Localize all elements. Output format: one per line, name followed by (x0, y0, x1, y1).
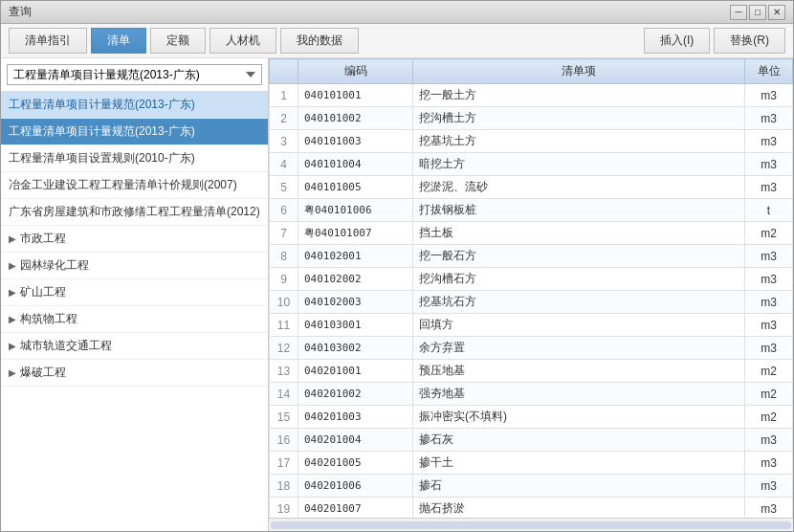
cell-code: 粤040101007 (298, 222, 413, 245)
list-item-label: 工程量清单项目计量规范(2013-广东) (9, 124, 195, 138)
horizontal-scrollbar[interactable] (271, 521, 791, 529)
table-row[interactable]: 8 040102001 挖一般石方 m3 (270, 245, 793, 268)
cell-num: 1 (270, 84, 298, 107)
toolbar: 清单指引 清单 定额 人材机 我的数据 插入(I) 替换(R) (1, 24, 793, 58)
cell-code: 040201001 (298, 360, 413, 383)
cell-unit: m3 (745, 475, 793, 498)
table-row[interactable]: 14 040201002 强夯地基 m2 (270, 383, 793, 406)
cell-code: 040201006 (298, 475, 413, 498)
cell-name: 挖淤泥、流砂 (413, 176, 745, 199)
list-item-label: 冶金工业建设工程工程量清单计价规则(2007) (9, 178, 237, 191)
main-content: 工程量清单项目计量规范(2013-广东) 工程量清单项目计量规范(2013) 工… (1, 58, 793, 531)
list-item-label: 广东省房屋建筑和市政修缮工程工程量清单(2012) (9, 205, 260, 218)
cell-unit: m2 (745, 383, 793, 406)
list-item[interactable]: 工程量清单项目设置规则(2010-广东) (1, 145, 268, 172)
table-row[interactable]: 10 040102003 挖基坑石方 m3 (270, 291, 793, 314)
table-row[interactable]: 12 040103002 余方弃置 m3 (270, 337, 793, 360)
list-item[interactable]: 广东省房屋建筑和市政修缮工程工程量清单(2012) (1, 199, 268, 226)
table-row[interactable]: 5 040101005 挖淤泥、流砂 m3 (270, 176, 793, 199)
tab-wodeshuju[interactable]: 我的数据 (280, 28, 359, 54)
minimize-button[interactable]: ─ (730, 5, 747, 20)
cell-num: 18 (270, 475, 298, 498)
cell-code: 040201003 (298, 406, 413, 429)
cell-unit: m3 (745, 176, 793, 199)
table-header-row: 编码 清单项 单位 (270, 59, 793, 84)
list-item[interactable]: 工程量清单项目计量规范(2013-广东) (1, 92, 268, 119)
table-row[interactable]: 19 040201007 抛石挤淤 m3 (270, 498, 793, 519)
list-item-label: 园林绿化工程 (20, 257, 89, 274)
list-item-expandable[interactable]: ▶ 城市轨道交通工程 (1, 333, 268, 360)
table-row[interactable]: 18 040201006 掺石 m3 (270, 475, 793, 498)
tab-dinge[interactable]: 定额 (150, 28, 206, 54)
table-row[interactable]: 17 040201005 掺干土 m3 (270, 452, 793, 475)
table-row[interactable]: 16 040201004 掺石灰 m3 (270, 429, 793, 452)
tab-rencaiji[interactable]: 人材机 (210, 28, 276, 54)
data-table-container[interactable]: 编码 清单项 单位 1 040101001 挖一般土方 m3 2 0401010… (269, 58, 793, 518)
table-row[interactable]: 9 040102002 挖沟槽石方 m3 (270, 268, 793, 291)
cell-unit: m3 (745, 245, 793, 268)
list-item-expandable[interactable]: ▶ 园林绿化工程 (1, 253, 268, 279)
replace-button[interactable]: 替换(R) (714, 28, 785, 54)
table-row[interactable]: 13 040201001 预压地基 m2 (270, 360, 793, 383)
cell-name: 抛石挤淤 (413, 498, 745, 519)
cell-unit: m3 (745, 314, 793, 337)
expand-icon: ▶ (9, 367, 16, 378)
cell-unit: m2 (745, 222, 793, 245)
cell-code: 040101002 (298, 107, 413, 130)
main-window: 查询 ─ □ ✕ 清单指引 清单 定额 人材机 我的数据 插入(I) 替换(R)… (0, 0, 794, 532)
list-item-expandable[interactable]: ▶ 爆破工程 (1, 360, 268, 387)
cell-unit: t (745, 199, 793, 222)
insert-button[interactable]: 插入(I) (644, 28, 710, 54)
list-item[interactable]: 工程量清单项目计量规范(2013-广东) (1, 119, 268, 145)
list-item-expandable[interactable]: ▶ 矿山工程 (1, 279, 268, 306)
list-item-expandable[interactable]: ▶ 市政工程 (1, 226, 268, 253)
list-item-label: 构筑物工程 (20, 311, 77, 327)
cell-num: 14 (270, 383, 298, 406)
cell-name: 挡土板 (413, 222, 745, 245)
cell-num: 16 (270, 429, 298, 452)
expand-icon: ▶ (9, 287, 16, 298)
cell-name: 挖一般土方 (413, 84, 745, 107)
list-item[interactable]: 冶金工业建设工程工程量清单计价规则(2007) (1, 172, 268, 199)
cell-unit: m3 (745, 498, 793, 519)
catalog-dropdown[interactable]: 工程量清单项目计量规范(2013-广东) 工程量清单项目计量规范(2013) 工… (7, 64, 262, 85)
expand-icon: ▶ (9, 233, 16, 244)
cell-name: 暗挖土方 (413, 153, 745, 176)
catalog-list: 工程量清单项目计量规范(2013-广东) 工程量清单项目计量规范(2013-广东… (1, 92, 268, 531)
tab-qingdan[interactable]: 清单 (91, 28, 146, 54)
col-header-name: 清单项 (413, 59, 745, 84)
table-row[interactable]: 6 粤040101006 打拔钢板桩 t (270, 199, 793, 222)
cell-num: 13 (270, 360, 298, 383)
cell-unit: m3 (745, 337, 793, 360)
cell-name: 挖沟槽石方 (413, 268, 745, 291)
cell-num: 9 (270, 268, 298, 291)
cell-num: 5 (270, 176, 298, 199)
cell-code: 040201007 (298, 498, 413, 519)
cell-name: 振冲密实(不填料) (413, 406, 745, 429)
cell-num: 4 (270, 153, 298, 176)
window-title: 查询 (9, 4, 730, 20)
list-item-label: 矿山工程 (20, 284, 66, 300)
list-item-label: 市政工程 (20, 231, 66, 247)
dropdown-area: 工程量清单项目计量规范(2013-广东) 工程量清单项目计量规范(2013) 工… (1, 58, 268, 92)
cell-code: 040102003 (298, 291, 413, 314)
table-row[interactable]: 11 040103001 回填方 m3 (270, 314, 793, 337)
cell-name: 掺石灰 (413, 429, 745, 452)
table-row[interactable]: 3 040101003 挖基坑土方 m3 (270, 130, 793, 153)
list-item-expandable[interactable]: ▶ 构筑物工程 (1, 306, 268, 333)
tab-qingdanzhiyin[interactable]: 清单指引 (9, 28, 87, 54)
table-row[interactable]: 1 040101001 挖一般土方 m3 (270, 84, 793, 107)
table-row[interactable]: 15 040201003 振冲密实(不填料) m2 (270, 406, 793, 429)
cell-num: 15 (270, 406, 298, 429)
cell-unit: m3 (745, 291, 793, 314)
col-header-code: 编码 (298, 59, 413, 84)
cell-code: 040102001 (298, 245, 413, 268)
table-row[interactable]: 7 粤040101007 挡土板 m2 (270, 222, 793, 245)
col-header-unit: 单位 (745, 59, 793, 84)
table-row[interactable]: 4 040101004 暗挖土方 m3 (270, 153, 793, 176)
cell-code: 040102002 (298, 268, 413, 291)
cell-name: 回填方 (413, 314, 745, 337)
maximize-button[interactable]: □ (749, 5, 766, 20)
close-button[interactable]: ✕ (768, 5, 785, 20)
table-row[interactable]: 2 040101002 挖沟槽土方 m3 (270, 107, 793, 130)
